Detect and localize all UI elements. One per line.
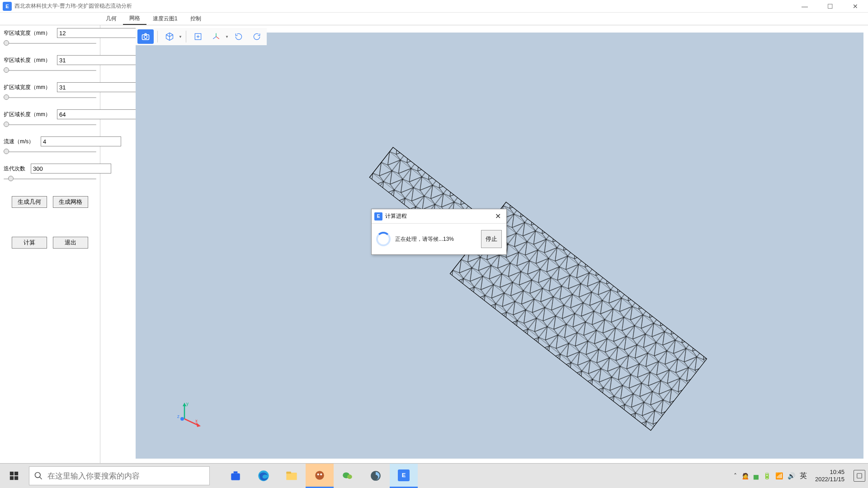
param-velocity: 流速（m/s） bbox=[4, 136, 96, 146]
system-tray: ˄ 🙍 ▅ 🔋 📶 🔊 英 10:45 2022/11/15 bbox=[734, 464, 868, 488]
tab-velocity-contour[interactable]: 速度云图1 bbox=[146, 13, 184, 25]
param-input-wide-width[interactable] bbox=[57, 82, 137, 92]
windows-taskbar: 在这里输入你要搜索的内容 E ˄ 🙍 ▅ 🔋 📶 🔊 英 bbox=[0, 463, 868, 488]
generate-button-row: 生成几何 生成网格 bbox=[4, 196, 96, 208]
slider-narrow-length[interactable] bbox=[4, 69, 96, 72]
param-label: 扩区域长度（mm） bbox=[4, 111, 57, 118]
window-titlebar: E 西北农林科技大学-曹力玮-突扩圆管稳态流动分析 — ☐ ✕ bbox=[0, 0, 868, 13]
triad-x-label: x bbox=[195, 418, 198, 423]
dialog-message: 正在处理，请等候...13% bbox=[395, 235, 476, 243]
svg-rect-11 bbox=[14, 472, 18, 475]
svg-rect-17 bbox=[234, 471, 238, 473]
tray-clock[interactable]: 10:45 2022/11/15 bbox=[815, 469, 844, 483]
tray-volume-icon[interactable]: 🔊 bbox=[788, 472, 795, 479]
param-narrow-width: 窄区域宽度（mm） bbox=[4, 28, 96, 38]
spinner-icon bbox=[376, 232, 391, 246]
progress-dialog: E 计算进程 ✕ 正在处理，请等候...13% 停止 bbox=[371, 209, 507, 255]
svg-rect-12 bbox=[10, 476, 14, 480]
taskbar-swirl-icon[interactable] bbox=[362, 464, 390, 488]
tab-geometry[interactable]: 几何 bbox=[99, 13, 123, 25]
exit-button[interactable]: 退出 bbox=[53, 237, 88, 249]
generate-geometry-button[interactable]: 生成几何 bbox=[12, 196, 47, 208]
slider-velocity[interactable] bbox=[4, 150, 96, 154]
taskbar-wechat-icon[interactable] bbox=[334, 464, 362, 488]
param-wide-length: 扩区域长度（mm） bbox=[4, 109, 96, 119]
svg-line-15 bbox=[40, 477, 42, 479]
start-button[interactable] bbox=[0, 464, 28, 488]
close-button[interactable]: ✕ bbox=[843, 0, 868, 13]
svg-point-23 bbox=[320, 473, 322, 475]
param-label: 扩区域宽度（mm） bbox=[4, 84, 57, 91]
dialog-title: 计算进程 bbox=[385, 212, 407, 220]
svg-point-25 bbox=[347, 474, 352, 479]
search-icon bbox=[34, 471, 43, 480]
dialog-titlebar: E 计算进程 ✕ bbox=[372, 209, 506, 224]
svg-rect-19 bbox=[286, 473, 297, 480]
triad-z-label: z bbox=[177, 414, 179, 419]
svg-rect-16 bbox=[231, 474, 240, 480]
tray-user-icon[interactable]: 🙍 bbox=[741, 472, 749, 479]
stop-button[interactable]: 停止 bbox=[481, 230, 502, 248]
svg-point-9 bbox=[180, 417, 184, 421]
param-input-iterations[interactable] bbox=[31, 164, 111, 174]
axis-triad: y x z bbox=[176, 400, 203, 427]
param-input-narrow-length[interactable] bbox=[57, 55, 137, 65]
taskbar-store-icon[interactable] bbox=[222, 464, 250, 488]
tray-cloud-icon[interactable]: ▅ bbox=[754, 472, 759, 479]
svg-point-21 bbox=[315, 471, 324, 480]
compute-button[interactable]: 计算 bbox=[12, 237, 47, 249]
action-button-row: 计算 退出 bbox=[4, 237, 96, 249]
slider-narrow-width[interactable] bbox=[4, 42, 96, 45]
param-label: 迭代次数 bbox=[4, 165, 31, 173]
param-input-wide-length[interactable] bbox=[57, 109, 137, 119]
param-input-narrow-width[interactable] bbox=[57, 28, 137, 38]
maximize-button[interactable]: ☐ bbox=[817, 0, 843, 13]
tray-chevron-icon[interactable]: ˄ bbox=[734, 472, 737, 479]
svg-rect-27 bbox=[857, 474, 862, 479]
triad-y-label: y bbox=[186, 401, 189, 406]
tray-date: 2022/11/15 bbox=[815, 476, 844, 483]
param-label: 流速（m/s） bbox=[4, 138, 41, 145]
tray-battery-icon[interactable]: 🔋 bbox=[763, 472, 771, 479]
param-input-velocity[interactable] bbox=[41, 136, 121, 146]
taskbar-app-icon[interactable] bbox=[306, 464, 334, 488]
svg-point-14 bbox=[35, 473, 41, 478]
param-iterations: 迭代次数 bbox=[4, 164, 96, 174]
dialog-close-button[interactable]: ✕ bbox=[492, 212, 504, 221]
dialog-body: 正在处理，请等候...13% 停止 bbox=[372, 224, 506, 254]
svg-rect-20 bbox=[286, 472, 291, 474]
param-narrow-length: 窄区域长度（mm） bbox=[4, 55, 96, 65]
tab-mesh[interactable]: 网格 bbox=[123, 13, 146, 25]
app-icon-letter: E bbox=[5, 4, 9, 9]
svg-marker-6 bbox=[183, 403, 186, 406]
tray-time: 10:45 bbox=[815, 469, 844, 476]
tray-ime[interactable]: 英 bbox=[800, 471, 807, 481]
generate-mesh-button[interactable]: 生成网格 bbox=[53, 196, 88, 208]
taskbar-edge-icon[interactable] bbox=[250, 464, 278, 488]
taskbar-explorer-icon[interactable] bbox=[278, 464, 306, 488]
tab-control[interactable]: 控制 bbox=[184, 13, 208, 25]
tab-bar: 几何 网格 速度云图1 控制 bbox=[0, 13, 868, 25]
param-wide-width: 扩区域宽度（mm） bbox=[4, 82, 96, 92]
slider-wide-width[interactable] bbox=[4, 96, 96, 99]
app-icon: E bbox=[3, 2, 12, 11]
window-title: 西北农林科技大学-曹力玮-突扩圆管稳态流动分析 bbox=[14, 2, 132, 10]
param-label: 窄区域宽度（mm） bbox=[4, 29, 57, 37]
svg-rect-13 bbox=[14, 476, 18, 480]
slider-iterations[interactable] bbox=[4, 177, 96, 181]
search-placeholder: 在这里输入你要搜索的内容 bbox=[47, 471, 140, 481]
dialog-icon: E bbox=[374, 212, 382, 221]
param-label: 窄区域长度（mm） bbox=[4, 56, 57, 64]
svg-point-22 bbox=[317, 473, 319, 475]
taskbar-current-app-icon[interactable]: E bbox=[390, 464, 418, 488]
minimize-button[interactable]: — bbox=[792, 0, 817, 13]
tray-wifi-icon[interactable]: 📶 bbox=[775, 472, 783, 479]
parameter-panel: 窄区域宽度（mm） 窄区域长度（mm） 扩区域宽度（mm） 扩区域长度（mm） … bbox=[0, 25, 100, 463]
notification-center-icon[interactable] bbox=[854, 470, 865, 482]
window-controls: — ☐ ✕ bbox=[792, 0, 868, 13]
slider-wide-length[interactable] bbox=[4, 123, 96, 127]
taskbar-search[interactable]: 在这里输入你要搜索的内容 bbox=[29, 466, 210, 485]
taskbar-apps: E bbox=[222, 464, 418, 488]
svg-rect-10 bbox=[10, 472, 14, 475]
